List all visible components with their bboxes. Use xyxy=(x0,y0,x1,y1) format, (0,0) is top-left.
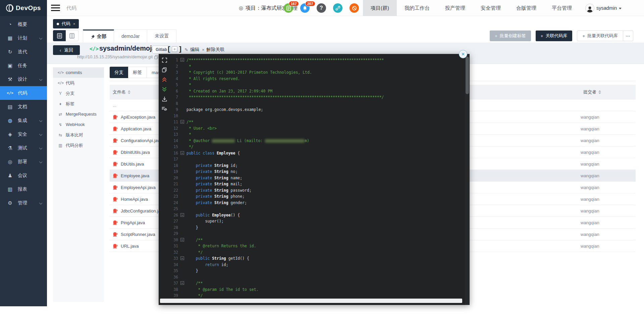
close-overlay-button[interactable]: ✕ xyxy=(459,50,467,58)
list-view-button[interactable] xyxy=(53,30,66,41)
fold-icon[interactable]: − xyxy=(179,58,185,62)
code-text: * xyxy=(186,132,191,137)
more-actions-button[interactable]: ⋯ xyxy=(623,30,633,41)
code-line: 39 */ xyxy=(159,293,464,299)
sidebar-item-任务[interactable]: ▣任务 xyxy=(0,59,47,72)
top-menu-item[interactable]: 投产管理 xyxy=(437,0,473,16)
code-text: * xyxy=(186,64,191,69)
fold-icon[interactable]: − xyxy=(179,151,185,155)
sidebar-item-计划[interactable]: ▦计划 xyxy=(0,31,47,45)
sidebar-item-设计[interactable]: ⚒设计 xyxy=(0,72,47,86)
link-icon[interactable] xyxy=(333,3,342,13)
eye-icon: ◎ xyxy=(239,5,243,11)
repo-nav-label: 版本比对 xyxy=(66,132,83,138)
line-number: 10 xyxy=(159,114,178,118)
app-logo[interactable]: DevOps xyxy=(0,0,47,16)
devops-logo-icon xyxy=(6,4,13,12)
add-button[interactable]: + xyxy=(172,46,177,52)
repo-nav-label: WebHook xyxy=(66,122,85,127)
notification-count-badge: 207 xyxy=(305,1,315,6)
document-icon[interactable]: 167 xyxy=(284,3,293,13)
repo-tab-demoJar[interactable]: demoJar xyxy=(114,29,147,43)
batch-create-tag-button[interactable]: +批量创建标签 xyxy=(490,30,531,41)
code-text: } xyxy=(186,268,198,273)
code-text: private String gender; xyxy=(186,200,247,205)
code-text: */ xyxy=(186,144,194,149)
sidebar-item-测试[interactable]: ⚗测试 xyxy=(0,141,47,155)
copy-icon[interactable] xyxy=(154,55,158,59)
edit-repo-button[interactable]: ✎编辑 xyxy=(184,47,199,53)
line-number: 4 xyxy=(159,76,178,81)
hamburger-menu-icon[interactable] xyxy=(51,5,60,11)
close-tab-icon[interactable]: × xyxy=(73,22,75,26)
horizontal-scrollbar[interactable] xyxy=(160,299,462,303)
file-name: Employee.java xyxy=(121,173,149,178)
code-line: 35 } xyxy=(159,268,464,274)
tab-code[interactable]: 代码 × xyxy=(53,19,79,28)
link-repo-button[interactable]: +关联代码库 xyxy=(536,30,573,41)
sort-icon[interactable] xyxy=(128,90,130,94)
fold-icon[interactable]: − xyxy=(179,256,185,260)
repo-tab-未设置[interactable]: 未设置 xyxy=(147,29,176,43)
fold-icon[interactable]: − xyxy=(179,238,185,242)
top-menu-item[interactable]: 项目(群) xyxy=(363,0,397,16)
top-menu-item[interactable]: 合版管理 xyxy=(508,0,544,16)
sidebar-item-管理[interactable]: ⚙管理 xyxy=(0,196,47,210)
code-line: 15 */ xyxy=(159,144,464,150)
line-number: 13 xyxy=(159,132,178,137)
sidebar-item-文档[interactable]: ▤文档 xyxy=(0,100,47,114)
line-number: 31 xyxy=(159,244,178,248)
tag-tab-button[interactable]: 标签 xyxy=(128,67,147,78)
line-number: 39 xyxy=(159,293,178,298)
repo-nav-WebHook[interactable]: ↯WebHook xyxy=(53,119,104,130)
code-line: 36 xyxy=(159,274,464,280)
branch-tab-button[interactable]: 分支 xyxy=(110,67,128,78)
report-icon: ▥ xyxy=(7,186,13,192)
fold-icon[interactable]: − xyxy=(179,281,185,285)
document-icon: ▤ xyxy=(7,104,13,110)
sidebar-item-报表[interactable]: ▥报表 xyxy=(0,182,47,196)
repo-nav-分支[interactable]: Y分支 xyxy=(53,88,104,99)
vertical-scrollbar[interactable] xyxy=(466,57,469,94)
sidebar-item-代码[interactable]: </>代码 xyxy=(0,86,47,100)
sidebar-item-概要[interactable]: ◔概要 xyxy=(0,17,47,31)
fold-icon[interactable]: − xyxy=(179,213,185,217)
sidebar-item-安全[interactable]: ◈安全 xyxy=(0,127,47,141)
repo-nav-版本比对[interactable]: ⇆版本比对 xyxy=(53,130,104,140)
line-number: 1 xyxy=(159,58,178,62)
bell-icon[interactable]: 207 xyxy=(300,3,310,13)
top-menu-item[interactable]: 安全管理 xyxy=(473,0,508,16)
card-view-button[interactable] xyxy=(66,30,78,41)
sidebar-item-迭代[interactable]: ↻迭代 xyxy=(0,45,47,59)
back-button[interactable]: ‹ 返回 xyxy=(53,45,80,55)
repo-tab-全部[interactable]: 全部 xyxy=(83,29,114,43)
sort-icon[interactable] xyxy=(598,90,601,94)
line-number: 16 xyxy=(159,151,178,155)
sidebar-item-集成[interactable]: ◍集成 xyxy=(0,114,47,127)
repo-nav-标签[interactable]: ♦标签 xyxy=(53,99,104,109)
line-number: 19 xyxy=(159,169,178,174)
repo-nav-代码分析[interactable]: ▥代码分析 xyxy=(53,140,104,150)
filename-column-header[interactable]: 文件名 xyxy=(113,89,126,95)
line-number: 22 xyxy=(159,188,178,193)
sidebar-item-部署[interactable]: ◎部署 xyxy=(0,155,47,169)
code-editor[interactable]: 1−/*************************************… xyxy=(159,57,464,299)
chevron-down-icon xyxy=(39,133,42,136)
help-icon[interactable]: ? xyxy=(317,3,326,13)
forbidden-icon[interactable] xyxy=(350,3,359,13)
code-line: 37− /** xyxy=(159,280,464,287)
code-text: private String password; xyxy=(186,188,252,193)
top-menu-item[interactable]: 我的工作台 xyxy=(397,0,437,16)
committer-column-header[interactable]: 提交者 xyxy=(583,89,596,95)
repo-nav-commits[interactable]: </>commits xyxy=(53,67,104,78)
repo-nav-代码[interactable]: </>代码 xyxy=(53,78,104,88)
line-number: 37 xyxy=(159,281,178,286)
code-line: 32 */ xyxy=(159,249,464,256)
top-menu-item[interactable]: 平台管理 xyxy=(544,0,580,16)
unlink-repo-button[interactable]: ×解除关联 xyxy=(202,47,225,53)
batch-link-repo-button[interactable]: +批量关联代码库 xyxy=(577,30,623,41)
fold-icon[interactable]: − xyxy=(179,120,185,124)
user-menu[interactable]: sysadmin xyxy=(585,0,622,16)
sidebar-item-会议[interactable]: ♟会议 xyxy=(0,169,47,182)
repo-nav-MergeRequests[interactable]: ⇄MergeRequests xyxy=(53,109,104,119)
